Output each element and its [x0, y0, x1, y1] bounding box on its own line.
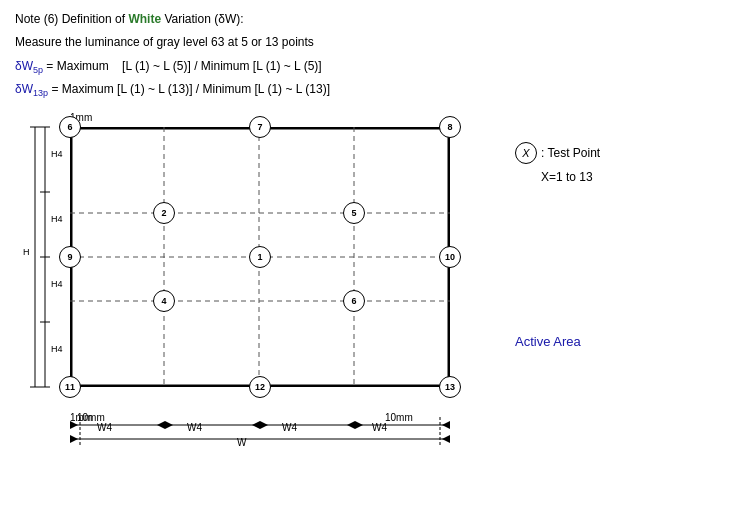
legend-icon: X — [515, 142, 537, 164]
formula2: δW13p = Maximum [L (1) ~ L (13)] / Minim… — [15, 79, 725, 102]
point-8: 8 — [439, 116, 461, 138]
legend-line2: X=1 to 13 — [541, 170, 715, 184]
svg-marker-20 — [70, 435, 78, 443]
point-10: 10 — [439, 246, 461, 268]
formula1-sub: 5p — [33, 66, 43, 76]
svg-marker-21 — [442, 435, 450, 443]
dim-w: W — [237, 437, 246, 448]
svg-marker-26 — [165, 421, 173, 429]
note-line1: Note (6) Definition of White Variation (… — [15, 10, 725, 29]
svg-marker-24 — [157, 421, 165, 429]
svg-marker-29 — [260, 421, 268, 429]
diagram-area: 1mm H4 H4 H4 — [15, 112, 725, 442]
note-section: Note (6) Definition of White Variation (… — [15, 10, 725, 102]
point-11: 11 — [59, 376, 81, 398]
dim-h4-1: H4 — [51, 149, 63, 159]
point-7: 7 — [249, 116, 271, 138]
svg-marker-32 — [355, 421, 363, 429]
dim-h4-4: H4 — [51, 344, 63, 354]
point-12: 12 — [249, 376, 271, 398]
svg-marker-30 — [347, 421, 355, 429]
dim-w4-2: W4 — [187, 422, 202, 433]
svg-marker-27 — [252, 421, 260, 429]
dim-10mm-left: 10mm — [77, 412, 105, 423]
point-13: 13 — [439, 376, 461, 398]
dim-h4-3: H4 — [51, 279, 63, 289]
diagram-container: 1mm H4 H4 H4 — [15, 112, 505, 442]
formula1: δW5p = Maximum [L (1) ~ L (5)] / Minimum… — [15, 56, 725, 79]
legend-container: X : Test Point X=1 to 13 Active Area — [515, 142, 715, 442]
dim-10mm-right: 10mm — [385, 412, 413, 423]
active-area-label: Active Area — [515, 334, 715, 349]
dim-h: H — [23, 247, 30, 257]
point-1: 1 — [249, 246, 271, 268]
point-5: 5 — [343, 202, 365, 224]
dim-w4-1: W4 — [97, 422, 112, 433]
point-2: 2 — [153, 202, 175, 224]
svg-marker-33 — [442, 421, 450, 429]
point-9: 9 — [59, 246, 81, 268]
point-4: 4 — [153, 290, 175, 312]
legend-line1: : Test Point — [541, 146, 600, 160]
legend-row: X : Test Point — [515, 142, 715, 164]
white-highlight: White — [128, 12, 161, 26]
point-6b: 6 — [343, 290, 365, 312]
dim-w4-3: W4 — [282, 422, 297, 433]
dim-h4-2: H4 — [51, 214, 63, 224]
point-6: 6 — [59, 116, 81, 138]
dim-w4-4: W4 — [372, 422, 387, 433]
note-line2: Measure the luminance of gray level 63 a… — [15, 33, 725, 52]
formula2-sub: 13p — [33, 88, 48, 98]
